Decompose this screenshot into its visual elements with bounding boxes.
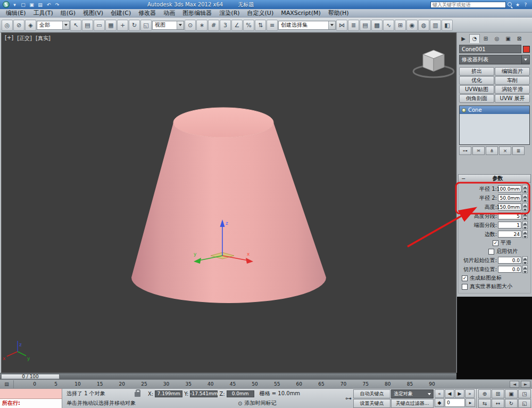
window-crossing-icon[interactable]: ▦ [105, 20, 117, 31]
tab-display[interactable]: ▣ [503, 34, 513, 43]
menu-item[interactable]: 工具(T) [30, 9, 57, 18]
pan-view-icon[interactable]: ↔ [492, 399, 504, 408]
go-to-start-icon[interactable]: « [435, 389, 444, 398]
cone-top-cap[interactable] [173, 108, 273, 137]
visibility-bulb-icon[interactable] [462, 108, 466, 112]
rectangular-selection-icon[interactable]: ▭ [94, 20, 105, 31]
rendered-frame-icon[interactable]: ▥ [430, 20, 441, 31]
material-editor-icon[interactable]: ◉ [406, 20, 418, 31]
sides-field[interactable]: 24 [498, 231, 521, 238]
next-frame-icon[interactable]: ▸ [466, 398, 475, 407]
modifier-button[interactable]: 优化 [459, 76, 494, 85]
layer-manager-icon[interactable]: ▤ [360, 20, 371, 31]
y-coordinate-field[interactable]: -17.541mm [190, 390, 218, 397]
menu-item[interactable]: 自定义(U) [244, 9, 278, 18]
modifier-button[interactable]: 倒角剖面 [459, 94, 494, 103]
viewport-canvas[interactable]: z x y x y z [2, 33, 456, 372]
menu-item[interactable]: 动画 [160, 9, 179, 18]
tab-utilities[interactable]: ⊠ [514, 34, 525, 43]
perspective-viewport[interactable]: [+][正交][真实] [1, 32, 456, 373]
edit-named-selections-icon[interactable]: ≡ [267, 20, 278, 31]
object-name-field[interactable]: Cone001 [459, 45, 521, 53]
modifier-list-dropdown[interactable]: 修改器列表 [459, 55, 530, 64]
spinner-snap-icon[interactable]: ⇅ [255, 20, 266, 31]
menu-item[interactable]: 帮助(H) [325, 9, 353, 18]
radius1-spinner[interactable] [522, 185, 528, 193]
track-bar[interactable]: ▤ 051015202530354045505560657075808590 ◄… [0, 379, 532, 388]
zoom-extents-icon[interactable]: ▣ [505, 389, 518, 398]
keyboard-override-icon[interactable]: # [208, 20, 219, 31]
height-field[interactable]: 150.0mm [498, 203, 521, 210]
slice-from-spinner[interactable] [522, 256, 528, 264]
parameters-rollout-header[interactable]: − 参数 [458, 174, 531, 183]
select-by-name-icon[interactable]: ▤ [82, 20, 93, 31]
maximize-viewport-icon[interactable]: ◱ [518, 399, 531, 408]
modifier-button[interactable]: 涡轮平滑 [495, 85, 530, 94]
menu-item[interactable]: MAXScript(M) [277, 9, 325, 18]
height-spinner[interactable] [522, 203, 528, 211]
go-to-end-icon[interactable]: » [465, 389, 475, 398]
add-time-tag-button[interactable]: 添加时间标记 [244, 399, 276, 407]
percent-snap-icon[interactable]: % [243, 20, 254, 31]
pin-stack-icon[interactable]: ⊶ [459, 146, 471, 155]
radius2-spinner[interactable] [522, 194, 528, 202]
redo-icon[interactable]: ↷ [53, 1, 61, 8]
time-slider-track[interactable]: 0 / 100 [0, 373, 456, 379]
menu-item[interactable]: 组(G) [57, 9, 79, 18]
mirror-icon[interactable]: ⋈ [336, 20, 347, 31]
tab-modify[interactable]: ◔ [469, 34, 480, 43]
render-production-icon[interactable]: ◧ [442, 20, 453, 31]
set-keys-icon[interactable]: ⊶ [344, 389, 353, 408]
help-icon[interactable]: ? [522, 2, 529, 7]
real-world-map-checkbox[interactable] [462, 284, 468, 290]
save-file-icon[interactable]: ▤ [36, 1, 44, 8]
search-icon[interactable] [507, 2, 513, 7]
select-object-icon[interactable]: ↖ [70, 20, 81, 31]
graphite-ribbon-icon[interactable]: ▩ [371, 20, 383, 31]
make-unique-icon[interactable]: ⋔ [486, 146, 498, 155]
select-and-rotate-icon[interactable]: ↻ [129, 20, 140, 31]
angle-snap-icon[interactable]: ∠ [231, 20, 243, 31]
viewport-label-item[interactable]: [+] [5, 35, 13, 42]
sides-spinner[interactable] [522, 230, 528, 238]
key-filter-dropdown[interactable]: 选定对象 [391, 389, 434, 398]
cone-body[interactable] [131, 123, 326, 303]
orbit-icon[interactable]: ↻ [505, 399, 518, 408]
zoom-extents-all-icon[interactable]: ◳ [518, 389, 531, 398]
field-of-view-icon[interactable]: ⇆ [478, 399, 491, 408]
snap-toggle-3d-icon[interactable]: 3 [220, 20, 231, 31]
selection-lock-icon[interactable] [135, 392, 140, 397]
slice-to-field[interactable]: 0.0 [498, 266, 521, 273]
time-slider-handle[interactable]: 0 / 100 [1, 374, 60, 379]
select-and-scale-icon[interactable]: ◱ [140, 20, 152, 31]
modifier-stack[interactable]: Cone [459, 105, 530, 145]
modifier-button[interactable]: UVW贴图 [459, 85, 494, 94]
menu-item[interactable]: 视图(V) [79, 9, 107, 18]
align-icon[interactable]: ≣ [348, 20, 359, 31]
menu-item[interactable]: 图形编辑器 [179, 9, 215, 18]
menu-item[interactable]: 渲染(R) [215, 9, 243, 18]
cap-segments-spinner[interactable] [522, 221, 528, 229]
modifier-stack-selected-item[interactable]: Cone [460, 106, 529, 114]
generate-mapping-checkbox[interactable]: ✓ [462, 275, 468, 281]
z-coordinate-field[interactable]: 0.0mm [227, 390, 254, 397]
radius2-field[interactable]: 50.0mm [498, 194, 521, 201]
set-key-button[interactable]: 设置关键点 [353, 399, 390, 408]
open-file-icon[interactable]: ▣ [28, 1, 36, 8]
key-filters-button[interactable]: 关键点过滤器... [391, 399, 434, 408]
auto-key-button[interactable]: 自动关键点 [353, 389, 390, 398]
show-end-result-icon[interactable]: ≍ [472, 146, 485, 155]
keyword-search-input[interactable] [430, 2, 506, 8]
tab-create[interactable]: ▶ [458, 34, 469, 43]
viewcube[interactable] [413, 50, 454, 77]
viewport-label-item[interactable]: [正交] [17, 35, 32, 42]
radius1-field[interactable]: 100.0mm [498, 185, 521, 192]
menu-item[interactable]: 编辑(E) [2, 9, 30, 18]
menu-item[interactable]: 修改器 [135, 9, 160, 18]
render-setup-icon[interactable]: ◍ [418, 20, 429, 31]
schematic-view-icon[interactable]: ⊞ [395, 20, 406, 31]
modifier-button[interactable]: 挤出 [459, 67, 494, 76]
curve-editor-icon[interactable]: ∿ [383, 20, 394, 31]
undo-icon[interactable]: ↶ [45, 1, 53, 8]
modifier-button[interactable]: UVW 展开 [495, 94, 530, 103]
